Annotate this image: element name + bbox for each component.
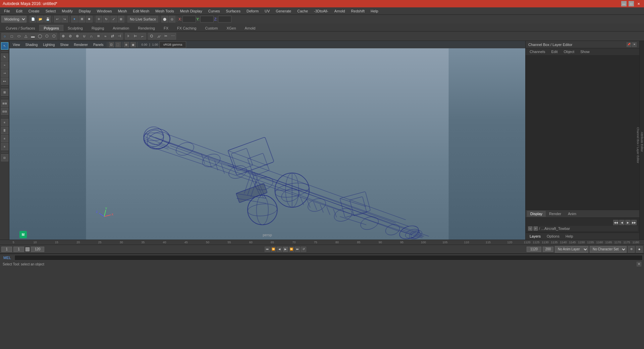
layer-v[interactable]: V bbox=[528, 227, 532, 231]
undo-btn[interactable]: ↩ bbox=[54, 16, 61, 22]
show-manip-btn[interactable]: ⊞ bbox=[1, 89, 8, 96]
menu-generate[interactable]: Generate bbox=[273, 8, 294, 14]
menu-display[interactable]: Display bbox=[76, 8, 94, 14]
layer-p[interactable]: P bbox=[534, 227, 538, 231]
anim-layer-select[interactable]: No Anim Layer bbox=[555, 246, 588, 253]
vp-cam-btn[interactable]: ⊡ bbox=[109, 42, 114, 47]
tab-rigging[interactable]: Rigging bbox=[87, 25, 108, 31]
ch-tab-show[interactable]: Show bbox=[578, 49, 592, 54]
tab-fx-caching[interactable]: FX Caching bbox=[173, 25, 201, 31]
bt-display[interactable]: Display bbox=[527, 211, 546, 217]
panel-close-btn[interactable]: ✕ bbox=[632, 42, 637, 47]
sculpt-btn[interactable]: ⌁ bbox=[1, 61, 8, 69]
menu-3dtoall[interactable]: -3DtoAll- bbox=[311, 8, 331, 14]
extrude-btn[interactable]: ⊨ bbox=[132, 33, 139, 40]
smooth-btn[interactable]: ≋ bbox=[95, 33, 102, 40]
minimize-button[interactable]: — bbox=[621, 1, 627, 6]
menu-edit[interactable]: Edit bbox=[13, 8, 25, 14]
plane-btn[interactable]: ▬ bbox=[30, 33, 36, 40]
tab-animation[interactable]: Animation bbox=[108, 25, 133, 31]
renderer-menu[interactable]: Renderer bbox=[72, 43, 90, 47]
sphere-btn[interactable]: ○ bbox=[1, 33, 8, 40]
gamma-selector[interactable]: sRGB gamma bbox=[159, 41, 186, 48]
misc-btn[interactable]: ⊡ bbox=[1, 154, 8, 161]
bridge-btn[interactable]: ⊧ bbox=[125, 33, 132, 40]
ch-tab-object[interactable]: Object bbox=[561, 49, 577, 54]
channel-box-strip[interactable]: Channel Box / Layer Editor bbox=[636, 126, 640, 165]
view-menu[interactable]: View bbox=[11, 43, 22, 47]
connect-btn[interactable]: ⋯ bbox=[169, 33, 176, 40]
panel-pin-btn[interactable]: 📌 bbox=[627, 42, 631, 47]
viewport-inner[interactable]: X Y Z persp M bbox=[9, 48, 525, 240]
tab-polygons[interactable]: Polygons bbox=[39, 25, 63, 31]
tab-custom[interactable]: Custom bbox=[201, 25, 222, 31]
menu-cache[interactable]: Cache bbox=[294, 8, 311, 14]
menu-modify[interactable]: Modify bbox=[59, 8, 75, 14]
bt-anim[interactable]: Anim bbox=[565, 211, 580, 217]
step-fwd-anim-btn[interactable]: ▶ bbox=[625, 220, 631, 225]
relax-btn[interactable]: ⊷ bbox=[1, 78, 8, 85]
tab-rendering[interactable]: Rendering bbox=[133, 25, 159, 31]
maximize-button[interactable]: □ bbox=[629, 1, 634, 6]
key-indicator[interactable] bbox=[25, 247, 30, 251]
render-btn[interactable]: ⬤ bbox=[161, 16, 168, 22]
select-tool-btn[interactable]: ✦ bbox=[71, 16, 78, 22]
menu-create[interactable]: Create bbox=[26, 8, 42, 14]
show-menu[interactable]: Show bbox=[58, 43, 70, 47]
menu-mesh-tools[interactable]: Mesh Tools bbox=[153, 8, 176, 14]
scale-btn[interactable]: ⤢ bbox=[110, 16, 117, 22]
z-input[interactable] bbox=[218, 16, 231, 22]
skip-start-btn[interactable]: ⏮ bbox=[265, 247, 270, 252]
menu-redshift[interactable]: Redshift bbox=[348, 8, 367, 14]
platonic-btn[interactable]: ⬠ bbox=[51, 33, 57, 40]
vp-frame-btn[interactable]: ⬚ bbox=[115, 42, 121, 47]
attr-layer-btn[interactable]: ≡ bbox=[1, 143, 8, 150]
cylinder-btn[interactable]: ⬭ bbox=[15, 33, 22, 40]
menu-mesh[interactable]: Mesh bbox=[115, 8, 129, 14]
bt-render[interactable]: Render bbox=[546, 211, 565, 217]
skip-end-btn[interactable]: ⏭ bbox=[295, 247, 300, 252]
attr-editor-strip[interactable]: Attribute Editor bbox=[640, 131, 644, 153]
start-frame-input[interactable] bbox=[1, 247, 12, 252]
cone-btn[interactable]: △ bbox=[22, 33, 29, 40]
edge-flow-btn[interactable]: ⌭ bbox=[155, 33, 162, 40]
tab-arnold[interactable]: Arnold bbox=[240, 25, 260, 31]
opt-help[interactable]: Help bbox=[563, 234, 576, 239]
viewport[interactable]: View Shading Lighting Show Renderer Pane… bbox=[9, 41, 525, 240]
universal-btn[interactable]: ⊞ bbox=[118, 16, 124, 22]
smooth-brush-btn[interactable]: ⊸ bbox=[1, 69, 8, 77]
prev-anim-btn[interactable]: ◀◀ bbox=[613, 220, 619, 225]
display-layer-btn[interactable]: ≣ bbox=[1, 127, 8, 134]
lasso-select-btn[interactable]: ⌘ bbox=[78, 16, 85, 22]
move-btn[interactable]: ✛ bbox=[96, 16, 102, 22]
menu-help[interactable]: Help bbox=[368, 8, 381, 14]
cmd-type-label[interactable]: MEL bbox=[1, 256, 13, 260]
paint-ops-btn[interactable]: ✎ bbox=[1, 53, 8, 61]
close-button[interactable]: ✕ bbox=[636, 1, 641, 6]
ch-tab-edit[interactable]: Edit bbox=[548, 49, 560, 54]
next-anim-btn[interactable]: ▶▶ bbox=[631, 220, 637, 225]
layer-tools-btn[interactable]: ≡ bbox=[1, 119, 8, 126]
loop-btn[interactable]: ↺ bbox=[301, 247, 306, 252]
menu-arnold[interactable]: Arnold bbox=[332, 8, 348, 14]
select-mode-btn[interactable]: ↖ bbox=[1, 42, 8, 50]
boolean-union-btn[interactable]: ∪ bbox=[81, 33, 88, 40]
lighting-menu[interactable]: Lighting bbox=[41, 43, 57, 47]
step-fwd-btn[interactable]: ⏩ bbox=[289, 247, 294, 252]
cmd-input[interactable] bbox=[14, 255, 643, 260]
panels-menu[interactable]: Panels bbox=[91, 43, 106, 47]
tab-fx[interactable]: FX bbox=[159, 25, 173, 31]
render-layer-btn[interactable]: ≡ bbox=[1, 135, 8, 142]
menu-select[interactable]: Select bbox=[43, 8, 59, 14]
menu-file[interactable]: File bbox=[1, 8, 13, 14]
boolean-diff-btn[interactable]: ∩ bbox=[88, 33, 95, 40]
step-back-btn[interactable]: ⏪ bbox=[271, 247, 276, 252]
new-file-btn[interactable]: 📄 bbox=[30, 16, 36, 22]
shading-menu[interactable]: Shading bbox=[23, 43, 40, 47]
play-back-btn[interactable]: ◀ bbox=[277, 247, 282, 252]
mode-select[interactable]: Modeling bbox=[1, 16, 26, 22]
play-fwd-btn[interactable]: ▶ bbox=[283, 247, 288, 252]
char-set-options-btn[interactable]: ⚙ bbox=[628, 246, 635, 253]
rotate-btn[interactable]: ↻ bbox=[103, 16, 110, 22]
anim-end-input[interactable] bbox=[543, 247, 553, 252]
